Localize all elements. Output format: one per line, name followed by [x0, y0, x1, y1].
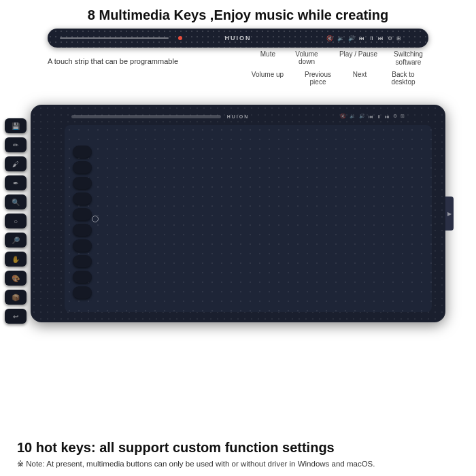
- mute-icon: 🔇: [326, 35, 333, 41]
- t-vol-icon: 🔉: [350, 114, 356, 119]
- pen-icon: ✏: [13, 141, 18, 149]
- pause-icon: ⏸: [369, 35, 374, 41]
- tablet-brand: HUION: [227, 114, 250, 119]
- undo-icon: ↩: [13, 313, 18, 320]
- label-play-pause: Play / Pause: [338, 50, 379, 67]
- drawing-area: [65, 125, 432, 312]
- tool-btn-1[interactable]: 💾: [5, 118, 27, 133]
- eraser-icon: ✒: [13, 180, 18, 187]
- zoom-in-icon: 🔍: [12, 199, 20, 206]
- main-title: 8 Multimedia Keys ,Enjoy music while cre…: [14, 7, 462, 23]
- tool-btn-9[interactable]: 🎨: [5, 271, 27, 286]
- tool-btn-4[interactable]: ✒: [5, 175, 27, 190]
- hotkey-3[interactable]: [73, 177, 92, 189]
- t-vol2-icon: 🔊: [359, 114, 365, 119]
- t-mute-icon: 🔇: [340, 114, 346, 119]
- label-next: Next: [350, 71, 370, 86]
- hotkeys-title: 10 hot keys: all support custom function…: [17, 440, 459, 456]
- hotkey-5[interactable]: [73, 208, 92, 220]
- t-settings-icon: ⚙: [393, 114, 397, 119]
- hotkey-2[interactable]: [73, 161, 92, 173]
- t-pause-icon: ⏸: [377, 114, 381, 119]
- label-vol-down: Volume down: [286, 50, 327, 67]
- circle-icon: ○: [14, 218, 18, 225]
- hand-icon: ✋: [12, 256, 20, 263]
- strip-description: A touch strip that can be programmable: [48, 57, 178, 65]
- t-next-icon: ⏭: [385, 114, 390, 119]
- label-switching-software: Switchingsoftware: [390, 50, 427, 67]
- right-tab: ▶: [445, 197, 454, 231]
- strip-brand-label: HUION: [225, 35, 252, 41]
- grid-icon: ⊞: [396, 35, 401, 41]
- label-mute: Mute: [260, 50, 275, 67]
- hotkey-1[interactable]: [73, 146, 92, 158]
- zoom-out-icon: 🔎: [12, 237, 20, 244]
- next-icon: ⏭: [378, 35, 384, 41]
- tool-btn-2[interactable]: ✏: [5, 137, 27, 152]
- hotkey-6[interactable]: [73, 224, 92, 236]
- hotkeys-note: ※ Note: At present, multimedia buttons c…: [17, 458, 459, 469]
- tool-btn-3[interactable]: 🖌: [5, 156, 27, 171]
- tablet-top-icons: 🔇 🔉 🔊 ⏮ ⏸ ⏭ ⚙ ⊞: [340, 114, 405, 119]
- side-tools: 💾 ✏ 🖌 ✒ 🔍 ○ 🔎 ✋ 🎨 📦 ↩: [5, 118, 27, 324]
- tool-btn-5[interactable]: 🔍: [5, 194, 27, 209]
- tool-btn-10[interactable]: 📦: [5, 290, 27, 305]
- t-grid-icon: ⊞: [401, 114, 405, 119]
- right-arrow-icon: ▶: [447, 211, 452, 217]
- tool-btn-8[interactable]: ✋: [5, 252, 27, 267]
- tablet-mini-strip: [71, 115, 221, 118]
- vol-up-icon: 🔊: [348, 35, 355, 41]
- t-prev-icon: ⏮: [369, 114, 373, 119]
- pen-cursor: [92, 216, 99, 222]
- touch-strip: HUION 🔇 🔉 🔊 ⏮ ⏸ ⏭ ⚙ ⊞: [48, 29, 428, 48]
- hotkey-9[interactable]: [73, 271, 92, 283]
- palette-icon: 🎨: [12, 275, 20, 282]
- label-back-desktop: Back to desktop: [379, 71, 427, 86]
- vol-down-icon: 🔉: [337, 35, 344, 41]
- hotkey-7[interactable]: [73, 239, 92, 252]
- box-icon: 📦: [12, 294, 20, 301]
- prev-icon: ⏮: [359, 35, 364, 41]
- tool-btn-7[interactable]: 🔎: [5, 233, 27, 248]
- bottom-section: 10 hot keys: all support custom function…: [14, 440, 462, 469]
- label-prev-piece: Previous piece: [296, 71, 340, 86]
- settings-icon: ⚙: [388, 35, 392, 41]
- tool-btn-11[interactable]: ↩: [5, 309, 27, 324]
- hotkey-10[interactable]: [73, 286, 92, 299]
- hotkey-4[interactable]: [73, 192, 92, 205]
- save-icon: 💾: [12, 122, 20, 130]
- tablet-body: HUION 🔇 🔉 🔊 ⏮ ⏸ ⏭ ⚙ ⊞ 💾 ✏: [31, 105, 445, 322]
- tool-btn-6[interactable]: ○: [5, 214, 27, 228]
- brush-icon: 🖌: [12, 160, 19, 168]
- hotkeys-column: [73, 146, 92, 299]
- label-vol-up: Volume up: [249, 71, 286, 86]
- hotkey-8[interactable]: [73, 255, 92, 267]
- tablet-top-bar: HUION 🔇 🔉 🔊 ⏮ ⏸ ⏭ ⚙ ⊞: [65, 110, 411, 122]
